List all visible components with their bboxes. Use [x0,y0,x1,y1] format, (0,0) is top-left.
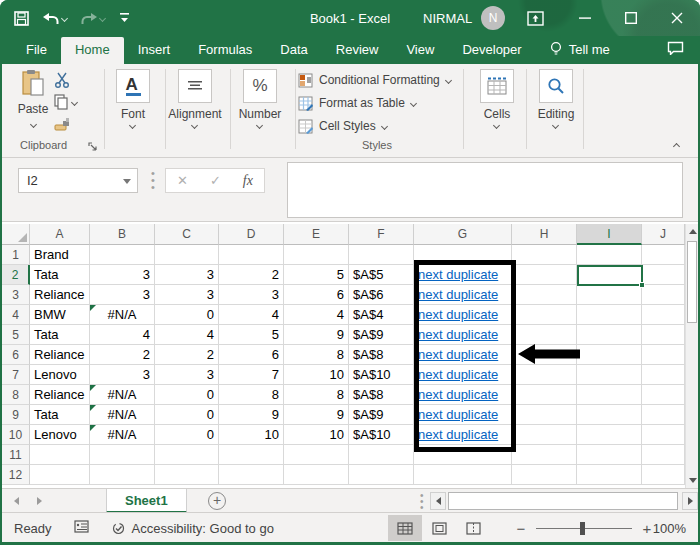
cell-C2[interactable]: 3 [155,265,219,285]
cell-J4[interactable] [642,305,685,325]
accessibility-status[interactable]: Accessibility: Good to go [111,521,274,536]
cell-F3[interactable]: $A$6 [349,285,414,305]
cell-E5[interactable]: 9 [284,325,349,345]
cell-C7[interactable]: 3 [155,365,219,385]
sheet-nav-right-icon[interactable] [37,497,42,505]
chevron-down-icon[interactable] [256,122,263,129]
cell-B6[interactable]: 2 [90,345,155,365]
chevron-down-icon[interactable] [493,122,500,129]
column-header-J[interactable]: J [642,224,685,245]
number-button[interactable]: % [243,69,277,103]
fill-handle[interactable] [639,282,645,288]
cell-B12[interactable] [90,465,155,485]
row-header-3[interactable]: 3 [2,285,30,305]
format-painter-button[interactable] [54,117,70,135]
macro-record-icon[interactable] [74,520,89,536]
cell-A8[interactable]: Reliance [30,385,90,405]
font-button[interactable]: A [116,69,150,103]
cell-A10[interactable]: Lenovo [30,425,90,445]
cell-C3[interactable]: 3 [155,285,219,305]
cell-C4[interactable]: 0 [155,305,219,325]
cell-F2[interactable]: $A$5 [349,265,414,285]
cell-D3[interactable]: 3 [219,285,284,305]
cell-I11[interactable] [577,445,642,465]
cell-A9[interactable]: Tata [30,405,90,425]
new-sheet-button[interactable]: + [208,492,226,510]
cell-I10[interactable] [577,425,642,445]
tab-home[interactable]: Home [61,37,124,64]
cell-I9[interactable] [577,405,642,425]
row-header-4[interactable]: 4 [2,305,30,325]
cell-D10[interactable]: 10 [219,425,284,445]
cell-C12[interactable] [155,465,219,485]
cell-D11[interactable] [219,445,284,465]
cell-D5[interactable]: 5 [219,325,284,345]
cut-button[interactable] [54,72,70,91]
enter-icon[interactable]: ✓ [210,173,221,188]
cell-H11[interactable] [512,445,577,465]
cell-C9[interactable]: 0 [155,405,219,425]
cell-B4[interactable]: #N/A [90,305,155,325]
cell-B2[interactable]: 3 [90,265,155,285]
chevron-down-icon[interactable] [129,122,136,129]
chevron-down-icon[interactable] [552,122,559,129]
horizontal-scrollbar-thumb[interactable] [448,492,678,510]
cell-A2[interactable]: Tata [30,265,90,285]
cell-H2[interactable] [512,265,577,285]
scroll-up-icon[interactable] [686,224,698,239]
view-normal-button[interactable] [388,515,422,541]
cell-A4[interactable]: BMW [30,305,90,325]
cell-H5[interactable] [512,325,577,345]
cell-H10[interactable] [512,425,577,445]
cell-E1[interactable] [284,245,349,265]
conditional-formatting-button[interactable]: Conditional Formatting [298,71,451,89]
cell-A3[interactable]: Reliance [30,285,90,305]
scroll-left-icon[interactable] [430,492,446,510]
horizontal-scrollbar[interactable] [430,492,698,510]
tab-view[interactable]: View [392,37,448,64]
column-header-G[interactable]: G [414,224,512,245]
cell-I5[interactable] [577,325,642,345]
cell-C10[interactable]: 0 [155,425,219,445]
cell-A6[interactable]: Reliance [30,345,90,365]
column-header-E[interactable]: E [284,224,349,245]
vertical-scrollbar-thumb[interactable] [687,241,697,323]
cancel-icon[interactable]: ✕ [177,173,188,188]
name-box[interactable]: I2 [18,168,138,193]
view-page-layout-button[interactable] [422,515,456,541]
cell-A5[interactable]: Tata [30,325,90,345]
cell-D4[interactable]: 4 [219,305,284,325]
tell-me[interactable]: Tell me [536,36,620,64]
cell-I7[interactable] [577,365,642,385]
cell-A1[interactable]: Brand [30,245,90,265]
tab-developer[interactable]: Developer [448,37,535,64]
cell-D6[interactable]: 6 [219,345,284,365]
cell-A11[interactable] [30,445,90,465]
cell-H9[interactable] [512,405,577,425]
cell-F12[interactable] [349,465,414,485]
row-header-9[interactable]: 9 [2,405,30,425]
cell-H3[interactable] [512,285,577,305]
tab-formulas[interactable]: Formulas [184,37,266,64]
tab-file[interactable]: File [12,37,61,64]
cell-B11[interactable] [90,445,155,465]
cell-J2[interactable] [642,265,685,285]
cell-J3[interactable] [642,285,685,305]
zoom-out-button[interactable]: − [514,520,528,537]
cell-F10[interactable]: $A$10 [349,425,414,445]
tab-data[interactable]: Data [266,37,321,64]
cell-C1[interactable] [155,245,219,265]
cell-J6[interactable] [642,345,685,365]
editing-button[interactable] [539,69,573,103]
collapse-ribbon-icon[interactable] [673,143,680,150]
row-header-12[interactable]: 12 [2,465,30,485]
cell-B9[interactable]: #N/A [90,405,155,425]
cell-H4[interactable] [512,305,577,325]
scroll-right-icon[interactable] [682,492,698,510]
close-button[interactable] [654,0,700,36]
chevron-down-icon[interactable] [191,122,198,129]
cell-B1[interactable] [90,245,155,265]
cell-B8[interactable]: #N/A [90,385,155,405]
cell-J8[interactable] [642,385,685,405]
cell-E4[interactable]: 4 [284,305,349,325]
